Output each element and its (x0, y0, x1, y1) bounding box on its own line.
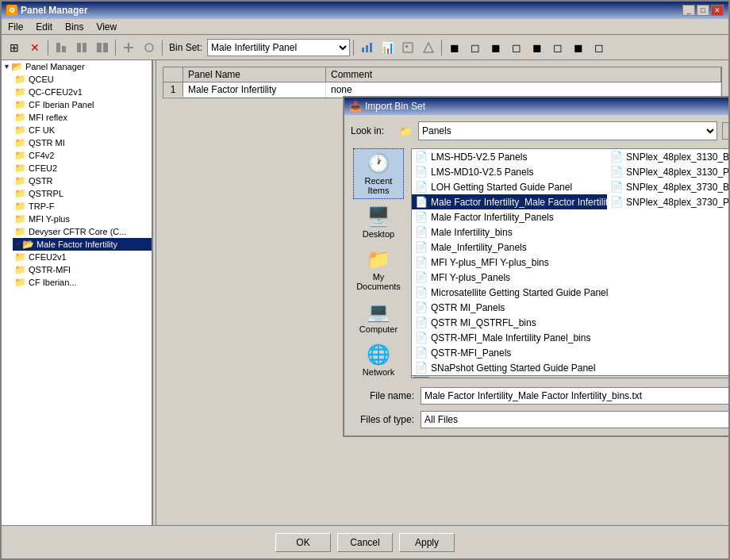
shortcut-label-network: Network (363, 367, 394, 377)
scroll-thumb[interactable] (430, 378, 454, 379)
menu-file[interactable]: File (5, 21, 26, 33)
toolbar-btn-4[interactable] (119, 38, 138, 57)
sidebar-item-mfi-reflex[interactable]: 📁 MFI reflex (13, 111, 152, 124)
toolbar-btn-2[interactable] (72, 38, 91, 57)
ok-button[interactable]: OK (275, 533, 331, 552)
toolbar-btn-16[interactable]: ◻ (590, 38, 609, 57)
file-icon-mfi-yplus-panels: 📄 (415, 271, 428, 283)
folder-icon-cf4v2: 📁 (14, 150, 26, 161)
bin-set-select[interactable]: Male Infertility Panel (207, 39, 350, 56)
toolbar-chart-btn[interactable] (357, 38, 376, 57)
sidebar-item-male-factor[interactable]: ▼ 📂 Male Factor Infertility (13, 238, 152, 251)
sidebar-item-cf-uk[interactable]: 📁 CF UK (13, 124, 152, 136)
toolbar-btn-13[interactable]: ◼ (528, 38, 547, 57)
filetype-select[interactable]: All Files (421, 411, 728, 428)
toolbar-btn-3[interactable] (93, 38, 112, 57)
file-item-snplex-3130-bins[interactable]: 📄 SNPlex_48plex_3130_Bins (607, 149, 728, 164)
file-item-qstr-mi-qstrfl[interactable]: 📄 QSTR MI_QSTRFL_bins (412, 315, 607, 330)
toolbar-btn-6[interactable]: 📊 (378, 38, 397, 57)
sidebar-item-qstrpl[interactable]: 📁 QSTRPL (13, 187, 152, 200)
file-col-left: 📄 LMS-HD5-V2.5 Panels 📄 LMS-MD10-V2.5 Pa… (412, 149, 607, 375)
expand-root-icon: ▼ (3, 63, 11, 71)
menu-view[interactable]: View (93, 21, 120, 33)
menu-bins[interactable]: Bins (62, 21, 86, 33)
toolbar-btn-12[interactable]: ◻ (507, 38, 526, 57)
maximize-button[interactable]: □ (697, 5, 709, 16)
file-item-male-factor-bins[interactable]: 📄 Male Factor Infertility_Male Factor In… (412, 194, 607, 209)
file-label-qstr-mfi-bins: QSTR-MFI_Male Infertility Panel_bins (431, 332, 590, 343)
file-icon-qstr-mfi-bins: 📄 (415, 332, 428, 343)
file-item-mfi-yplus-panels[interactable]: 📄 MFI Y-plus_Panels (412, 270, 607, 285)
svg-point-8 (145, 44, 153, 52)
title-controls: _ □ ✕ (682, 5, 724, 16)
sidebar-item-cfeu2[interactable]: 📁 CFEU2 (13, 162, 152, 175)
file-item-snplex-3730-bins[interactable]: 📄 SNPlex_48plex_3730_Bins (607, 179, 728, 194)
toolbar-btn-9[interactable]: ◼ (445, 38, 464, 57)
look-in-row: Look in: 📁 Panels ⬆ 📁 ☰ ≡ (351, 121, 728, 140)
cancel-button[interactable]: Cancel (337, 533, 393, 552)
toolbar-btn-10[interactable]: ◻ (466, 38, 485, 57)
toolbar-btn-8[interactable] (419, 38, 438, 57)
menu-bar: File Edit Bins View (2, 19, 728, 35)
file-item-loh[interactable]: 📄 LOH Getting Started Guide Panel (412, 179, 607, 194)
sidebar-item-mfi-yplus[interactable]: 📁 MFI Y-plus (13, 213, 152, 225)
close-button[interactable]: ✕ (711, 5, 724, 16)
toolbar-btn-7[interactable] (398, 38, 417, 57)
sidebar-item-trpf[interactable]: 📁 TRP-F (13, 200, 152, 213)
shortcut-recent-items[interactable]: 🕐 Recent Items (353, 148, 404, 199)
shortcut-computer[interactable]: 💻 Computer (353, 297, 404, 337)
toolbar-btn-5[interactable] (140, 38, 159, 57)
file-item-microsatellite[interactable]: 📄 Microsatellite Getting Started Guide P… (412, 285, 607, 300)
toolbar-btn-1[interactable] (52, 38, 71, 57)
sidebar-item-devyser[interactable]: 📁 Devyser CFTR Core (C... (13, 225, 152, 238)
file-item-male-infertility-panels[interactable]: 📄 Male_Infertility_Panels (412, 240, 607, 255)
file-item-lms-hd5[interactable]: 📄 LMS-HD5-V2.5 Panels (412, 149, 607, 164)
toolbar-btn-14[interactable]: ◻ (548, 38, 567, 57)
title-bar: ⚙ Panel Manager _ □ ✕ (2, 2, 728, 19)
sidebar-item-cf4v2[interactable]: 📁 CF4v2 (13, 149, 152, 162)
menu-edit[interactable]: Edit (33, 21, 56, 33)
svg-rect-11 (370, 43, 372, 52)
sidebar-item-qstr-mi[interactable]: 📁 QSTR MI (13, 136, 152, 149)
file-item-qstr-mfi-panels[interactable]: 📄 QSTR-MFI_Panels (412, 345, 607, 360)
sidebar-item-qc-cfeu2v1[interactable]: 📁 QC-CFEU2v1 (13, 86, 152, 98)
horizontal-scrollbar[interactable]: ◄ ► (412, 375, 728, 378)
file-item-snplex-3730-panels[interactable]: 📄 SNPlex_48plex_3730_Panels (607, 194, 728, 209)
go-up-button[interactable]: ⬆ (722, 122, 728, 140)
shortcut-desktop[interactable]: 🖥️ Desktop (353, 202, 404, 242)
apply-button[interactable]: Apply (399, 533, 455, 552)
folder-icon-cfeu2: 📁 (14, 163, 26, 174)
file-item-qstr-mfi-bins[interactable]: 📄 QSTR-MFI_Male Infertility Panel_bins (412, 330, 607, 345)
toolbar-btn-11[interactable]: ◼ (486, 38, 505, 57)
panel-table-header: Panel Name Comment (163, 67, 721, 82)
toolbar-btn-15[interactable]: ◼ (569, 38, 588, 57)
file-label-loh: LOH Getting Started Guide Panel (431, 182, 572, 193)
toolbar-btn-delete[interactable]: ✕ (25, 38, 44, 57)
file-item-qstr-mi-panels[interactable]: 📄 QSTR MI_Panels (412, 300, 607, 315)
sidebar-item-qstrmfi[interactable]: 📁 QSTR-MFI (13, 263, 152, 276)
svg-rect-3 (83, 43, 86, 52)
sidebar-root[interactable]: ▼ 📂 Panel Manager (2, 60, 152, 73)
filename-input[interactable] (421, 387, 728, 405)
folder-icon-qstrmfi: 📁 (14, 264, 26, 275)
file-item-snapshot[interactable]: 📄 SNaPshot Getting Started Guide Panel (412, 360, 607, 375)
sidebar-item-cfiberian2[interactable]: 📁 CF Iberian... (13, 276, 152, 289)
folder-icon-malefactor: 📂 (22, 239, 34, 250)
shortcut-network[interactable]: 🌐 Network (353, 340, 404, 380)
scroll-left-btn[interactable]: ◄ (413, 377, 429, 379)
sidebar-label-devyser: Devyser CFTR Core (C... (29, 227, 126, 236)
sidebar-item-qceu[interactable]: 📁 QCEU (13, 73, 152, 86)
file-item-male-infertility-bins[interactable]: 📄 Male Infertility_bins (412, 224, 607, 240)
sidebar-item-cf-iberian[interactable]: 📁 CF Iberian Panel (13, 98, 152, 111)
file-item-lms-md10[interactable]: 📄 LMS-MD10-V2.5 Panels (412, 164, 607, 179)
look-in-select[interactable]: Panels (418, 121, 717, 140)
sidebar-item-cfeu2v1[interactable]: 📁 CFEU2v1 (13, 251, 152, 263)
toolbar-btn-grid[interactable]: ⊞ (5, 38, 24, 57)
file-item-male-factor-panels[interactable]: 📄 Male Factor Infertility_Panels (412, 209, 607, 224)
sidebar-item-qstr[interactable]: 📁 QSTR (13, 175, 152, 187)
shortcut-my-documents[interactable]: 📁 My Documents (353, 245, 404, 294)
file-item-mfi-yplus-bins[interactable]: 📄 MFI Y-plus_MFI Y-plus_bins (412, 255, 607, 270)
minimize-button[interactable]: _ (682, 5, 695, 16)
file-item-snplex-3130-panels[interactable]: 📄 SNPlex_48plex_3130_Panels (607, 164, 728, 179)
file-label-mfi-yplus-bins: MFI Y-plus_MFI Y-plus_bins (431, 257, 549, 268)
